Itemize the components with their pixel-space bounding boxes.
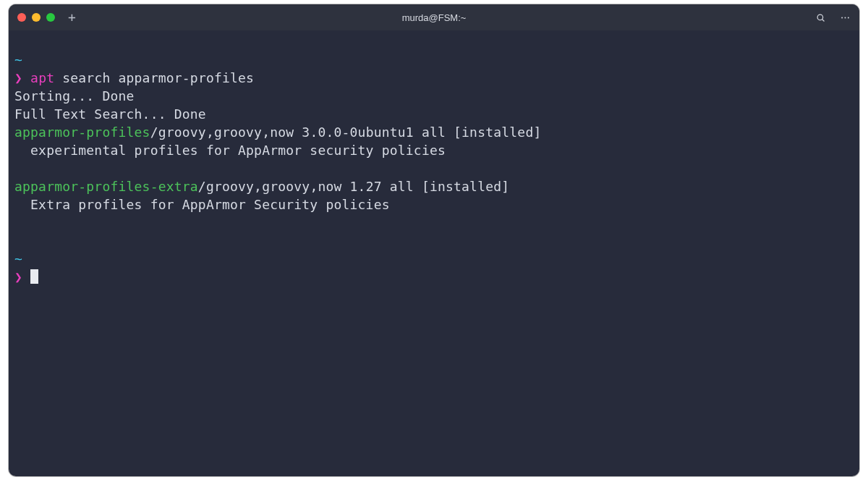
close-window-button[interactable] xyxy=(17,13,26,22)
terminal-body[interactable]: ~ ❯ apt search apparmor-profiles Sorting… xyxy=(9,30,859,476)
prompt-glyph: ❯ xyxy=(14,70,22,85)
svg-point-2 xyxy=(841,17,843,18)
svg-point-0 xyxy=(817,14,823,20)
tilde-line: ~ xyxy=(14,52,22,67)
output-sorting: Sorting... Done xyxy=(14,88,135,104)
menu-icon[interactable] xyxy=(839,12,851,23)
titlebar: + murda@FSM:~ xyxy=(9,4,859,30)
minimize-window-button[interactable] xyxy=(32,13,41,22)
tilde-line: ~ xyxy=(14,251,22,266)
zoom-window-button[interactable] xyxy=(46,13,55,22)
output-fulltext: Full Text Search... Done xyxy=(14,106,206,122)
cursor xyxy=(30,269,38,284)
svg-point-3 xyxy=(844,17,846,18)
result-meta: /groovy,groovy,now 1.27 all [installed] xyxy=(198,179,509,194)
window-controls xyxy=(17,13,55,22)
window-title: murda@FSM:~ xyxy=(9,12,859,23)
search-icon[interactable] xyxy=(814,12,826,23)
titlebar-right xyxy=(814,12,851,23)
result-name: apparmor-profiles-extra xyxy=(14,179,198,194)
command-args: search apparmor-profiles xyxy=(54,70,254,85)
prompt-glyph: ❯ xyxy=(14,269,22,284)
svg-line-1 xyxy=(822,19,824,21)
result-desc: experimental profiles for AppArmor secur… xyxy=(14,143,446,158)
new-tab-button[interactable]: + xyxy=(68,11,76,24)
result-meta: /groovy,groovy,now 3.0.0-0ubuntu1 all [i… xyxy=(150,125,542,140)
result-desc: Extra profiles for AppArmor Security pol… xyxy=(14,197,390,212)
terminal-window: + murda@FSM:~ ~ ❯ apt search apparmor-pr… xyxy=(9,4,859,476)
svg-point-4 xyxy=(847,17,848,18)
command-keyword: apt xyxy=(30,70,54,85)
result-name: apparmor-profiles xyxy=(14,125,150,140)
